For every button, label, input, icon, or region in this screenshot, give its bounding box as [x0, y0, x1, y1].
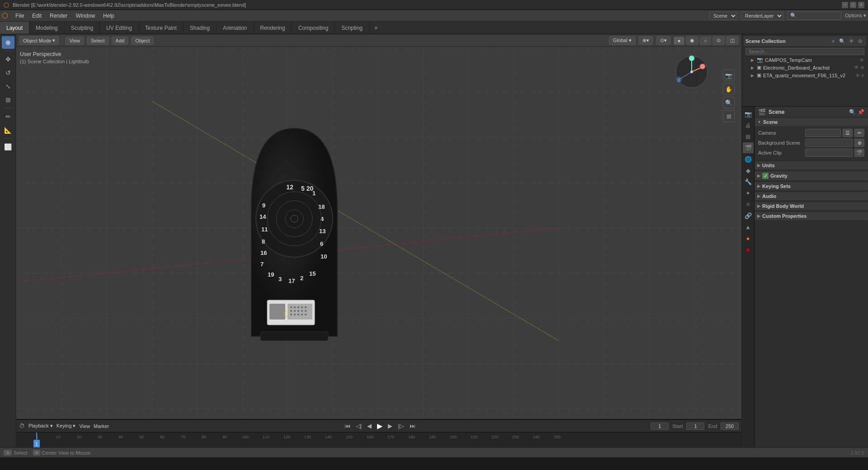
- background-scene-value[interactable]: [805, 139, 853, 147]
- add-workspace-button[interactable]: +: [369, 22, 382, 34]
- menu-help[interactable]: Help: [99, 12, 118, 20]
- props-render-icon[interactable]: 📷: [743, 108, 754, 119]
- props-modifier-icon[interactable]: 🔧: [743, 176, 754, 187]
- props-particles-icon[interactable]: ✦: [743, 188, 754, 198]
- props-object-icon[interactable]: ◆: [743, 165, 754, 176]
- props-physics-icon[interactable]: ⚛: [743, 199, 754, 210]
- rigid-body-section-header[interactable]: ▶ Rigid Body World: [755, 202, 868, 210]
- hand-gizmo-button[interactable]: ✋: [723, 83, 735, 95]
- add-cube-button[interactable]: ⬜: [2, 141, 14, 153]
- campos-visibility-icon[interactable]: 👁: [859, 57, 864, 63]
- tab-texture-paint[interactable]: Texture Paint: [139, 22, 184, 34]
- viewport-shading-material[interactable]: ◉: [686, 36, 698, 45]
- outliner-eye-icon[interactable]: 👁: [847, 37, 855, 45]
- prev-frame-button[interactable]: ◀: [366, 423, 373, 429]
- menu-edit[interactable]: Edit: [28, 12, 45, 20]
- maximize-button[interactable]: □: [850, 2, 856, 8]
- options-btn[interactable]: Options ▾: [845, 13, 866, 19]
- global-transform-button[interactable]: Global ▾: [609, 36, 636, 45]
- rotate-tool-button[interactable]: ↺: [2, 66, 14, 79]
- gravity-checkbox[interactable]: ✓: [762, 173, 769, 179]
- menu-window[interactable]: Window: [72, 12, 99, 20]
- playback-menu[interactable]: Playback ▾: [28, 423, 53, 429]
- dartboard-vis-icon[interactable]: 👁: [854, 65, 859, 70]
- camera-gizmo-button[interactable]: 📷: [723, 70, 735, 81]
- close-button[interactable]: ×: [858, 2, 864, 8]
- move-tool-button[interactable]: ✥: [2, 53, 14, 66]
- tab-rendering[interactable]: Rendering: [254, 22, 292, 34]
- outliner-search-icon[interactable]: 🔍: [838, 37, 846, 45]
- props-viewlayer-icon[interactable]: ⊞: [743, 131, 754, 142]
- outliner-filter-icon[interactable]: ≡: [829, 37, 837, 45]
- props-search-icon[interactable]: 🔍: [849, 109, 856, 115]
- object-mode-selector[interactable]: Object Mode ▾: [19, 36, 59, 45]
- viewport-shading-solid[interactable]: ●: [674, 37, 685, 45]
- outliner-item-campos[interactable]: ▶ 📷 CAMPOS_TempCam 👁: [744, 56, 866, 64]
- scale-tool-button[interactable]: ⤡: [2, 80, 14, 93]
- zoom-gizmo-button[interactable]: 🔍: [723, 97, 735, 108]
- custom-props-section-header[interactable]: ▶ Custom Properties: [755, 212, 868, 220]
- tab-scripting[interactable]: Scripting: [335, 22, 369, 34]
- cursor-tool-button[interactable]: ⊕: [2, 36, 14, 49]
- menu-render[interactable]: Render: [46, 12, 71, 20]
- minimize-button[interactable]: −: [842, 2, 848, 8]
- props-data-icon[interactable]: ▲: [743, 221, 754, 232]
- start-frame-input[interactable]: [686, 423, 704, 430]
- tab-modeling[interactable]: Modeling: [29, 22, 65, 34]
- viewport-overlay-button[interactable]: ⊙: [712, 36, 725, 45]
- viewport-xray-button[interactable]: ◫: [726, 36, 739, 45]
- select-menu-button[interactable]: Select: [87, 37, 109, 45]
- prev-keyframe-button[interactable]: ◁|: [355, 423, 363, 429]
- gravity-section-header[interactable]: ▶ ✓ Gravity: [755, 171, 868, 180]
- tab-compositing[interactable]: Compositing: [292, 22, 335, 34]
- tab-shading[interactable]: Shading: [184, 22, 217, 34]
- end-frame-input[interactable]: [721, 423, 739, 430]
- play-button[interactable]: ▶: [376, 422, 383, 430]
- proportional-edit-button[interactable]: ⊙▾: [656, 36, 671, 45]
- camera-edit-btn[interactable]: ✏: [854, 129, 864, 137]
- ortho-gizmo-button[interactable]: ⊞: [723, 110, 735, 122]
- next-keyframe-button[interactable]: |▷: [397, 423, 405, 429]
- props-pin-icon[interactable]: 📌: [858, 109, 864, 115]
- props-constraints-icon[interactable]: 🔗: [743, 210, 754, 221]
- add-menu-button[interactable]: Add: [112, 37, 129, 45]
- units-section-header[interactable]: ▶ Units: [755, 161, 868, 169]
- keying-menu[interactable]: Keying ▾: [57, 423, 76, 429]
- props-output-icon[interactable]: 🖨: [743, 120, 754, 131]
- next-frame-button[interactable]: ▶: [387, 423, 393, 429]
- outliner-item-dartboard[interactable]: ▶ ▣ Electronic_Dartboard_Arachid 👁 ⊕: [744, 64, 866, 71]
- scene-selector[interactable]: Scene: [709, 12, 737, 20]
- view-menu-timeline[interactable]: View: [79, 423, 90, 429]
- audio-section-header[interactable]: ▶ Audio: [755, 192, 868, 200]
- marker-menu[interactable]: Marker: [94, 423, 109, 429]
- render-layer-selector[interactable]: RenderLayer: [741, 12, 783, 20]
- active-clip-value[interactable]: [805, 149, 853, 157]
- timeline-mode-icon[interactable]: ⏱: [19, 423, 25, 429]
- annotate-tool-button[interactable]: ✏: [2, 110, 14, 123]
- jump-to-end-button[interactable]: ⏭: [409, 423, 416, 429]
- eta-filter-icon[interactable]: ≡: [862, 73, 864, 78]
- object-menu-button[interactable]: Object: [131, 37, 154, 45]
- viewport-shading-rendered[interactable]: ○: [700, 37, 711, 45]
- snap-button[interactable]: ⊕▾: [638, 36, 653, 45]
- measure-tool-button[interactable]: 📐: [2, 124, 14, 136]
- props-material-icon[interactable]: ●: [743, 233, 754, 244]
- props-scene-icon[interactable]: 🎬: [743, 142, 754, 153]
- tab-uv-editing[interactable]: UV Editing: [100, 22, 139, 34]
- eta-vis-icon[interactable]: 👁: [855, 73, 860, 78]
- transform-tool-button[interactable]: ⊞: [2, 94, 14, 106]
- outliner-options-icon[interactable]: ⚙: [856, 37, 864, 45]
- scene-search[interactable]: 🔍: [787, 11, 841, 20]
- props-world-icon[interactable]: 🌐: [743, 154, 754, 164]
- outliner-search-input[interactable]: [745, 48, 864, 55]
- active-clip-icon-btn[interactable]: 🎬: [854, 149, 864, 157]
- 3d-viewport[interactable]: User Perspective (1) Scene Collection | …: [16, 47, 741, 419]
- timeline-ruler[interactable]: 1 1 10 20 30 40 50 60 70 80 90 100 110 1…: [16, 432, 741, 447]
- view-menu-button[interactable]: View: [65, 37, 84, 45]
- jump-to-start-button[interactable]: ⏮: [344, 423, 351, 429]
- current-frame-input[interactable]: [651, 423, 669, 430]
- tab-sculpting[interactable]: Sculpting: [65, 22, 100, 34]
- bg-scene-icon-btn[interactable]: ⊕: [854, 139, 864, 147]
- menu-file[interactable]: File: [12, 12, 28, 20]
- camera-browse-btn[interactable]: ☰: [843, 129, 853, 137]
